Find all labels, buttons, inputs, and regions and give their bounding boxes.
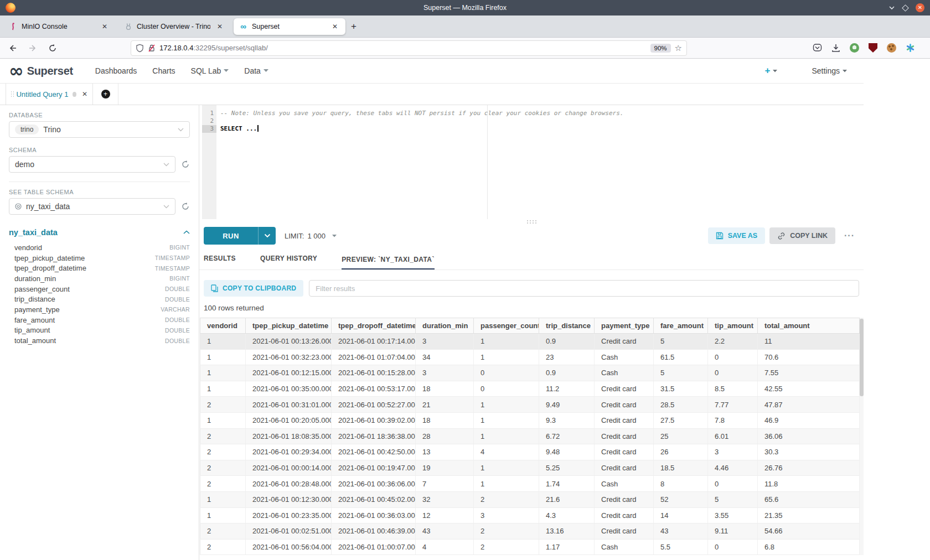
- sql-editor[interactable]: 1 2 3 -- Note: Unless you save your quer…: [199, 105, 864, 219]
- drag-handle-icon[interactable]: [11, 91, 12, 92]
- browser-tab-minio[interactable]: MinIO Console ✕: [3, 18, 115, 35]
- cell-distance: 21.6: [539, 491, 595, 507]
- cell-passengers: 1: [474, 334, 539, 350]
- table-row: 1 2021-06-01 00:23:35.000 2021-06-01 00:…: [200, 507, 860, 523]
- privacy-badger-icon[interactable]: [850, 43, 859, 53]
- cell-dropoff: 2021-06-01 01:00:07.000: [332, 539, 416, 555]
- page-zoom-badge[interactable]: 90%: [650, 44, 671, 53]
- table-header-cell[interactable]: payment_type: [595, 318, 654, 334]
- table-header-cell[interactable]: tpep_dropoff_datetime: [332, 318, 416, 334]
- browser-tab-superset[interactable]: ∞ Superset ✕: [234, 18, 345, 35]
- collapse-chevron-up-icon[interactable]: [183, 230, 190, 235]
- window-minimize-icon[interactable]: [888, 6, 895, 10]
- table-row: 2 2021-06-01 18:08:35.000 2021-06-01 18:…: [200, 428, 860, 444]
- forward-icon[interactable]: [25, 41, 40, 55]
- schema-select[interactable]: demo: [9, 156, 175, 173]
- rows-returned-text: 100 rows returned: [204, 304, 859, 312]
- query-tab[interactable]: Untitled Query 1 ✕: [6, 84, 93, 105]
- refresh-icon[interactable]: [181, 160, 190, 169]
- cell-payment: Credit card: [595, 428, 654, 444]
- tab-close-icon[interactable]: ✕: [100, 22, 110, 32]
- copy-link-button[interactable]: COPY LINK: [769, 227, 835, 244]
- limit-dropdown[interactable]: LIMIT: 1 000: [285, 232, 337, 240]
- refresh-icon[interactable]: [181, 202, 190, 211]
- table-header-cell[interactable]: duration_min: [416, 318, 474, 334]
- window-maximize-icon[interactable]: [902, 4, 909, 12]
- table-header-cell[interactable]: trip_distance: [539, 318, 595, 334]
- table-body: 1 2021-06-01 00:13:26.000 2021-06-01 00:…: [200, 334, 860, 555]
- insecure-lock-icon[interactable]: [148, 44, 156, 53]
- cell-fare: 5: [654, 365, 708, 381]
- bookmark-star-icon[interactable]: ☆: [675, 43, 682, 53]
- tab-close-icon[interactable]: ✕: [215, 22, 225, 32]
- database-select[interactable]: trino Trino: [9, 121, 190, 138]
- cell-total: 65.6: [758, 491, 860, 507]
- run-options-caret[interactable]: [258, 227, 276, 245]
- table-select[interactable]: ny_taxi_data: [9, 198, 175, 215]
- url-host: 172.18.0.4: [159, 44, 193, 52]
- window-close-icon[interactable]: ✕: [916, 3, 924, 12]
- tab-results[interactable]: RESULTS: [204, 255, 236, 269]
- cell-payment: Credit card: [595, 460, 654, 476]
- reload-icon[interactable]: [45, 41, 60, 55]
- add-new-button[interactable]: +: [764, 65, 777, 76]
- close-query-tab-icon[interactable]: ✕: [82, 90, 87, 98]
- tab-close-icon[interactable]: ✕: [330, 22, 340, 32]
- add-query-tab-icon[interactable]: +: [101, 90, 110, 98]
- asterisk-extension-icon[interactable]: [906, 43, 915, 53]
- run-button[interactable]: RUN: [204, 227, 276, 245]
- more-options-button[interactable]: ···: [840, 231, 859, 241]
- column-type: DOUBLE: [165, 327, 190, 334]
- cell-payment: Credit card: [595, 444, 654, 460]
- cell-tip: 0: [708, 365, 758, 381]
- cell-dropoff: 2021-06-01 00:53:17.000: [332, 381, 416, 397]
- pane-resize-handle[interactable]: [199, 219, 864, 224]
- tab-query-history[interactable]: QUERY HISTORY: [260, 255, 317, 269]
- settings-menu[interactable]: Settings: [812, 66, 847, 75]
- cell-duration: 3: [416, 365, 474, 381]
- table-header-cell[interactable]: vendorid: [200, 318, 246, 334]
- table-header-cell[interactable]: fare_amount: [654, 318, 708, 334]
- table-scrollbar[interactable]: [860, 318, 864, 555]
- table-header-cell[interactable]: passenger_count: [474, 318, 539, 334]
- run-toolbar: RUN LIMIT: 1 000 SAVE AS: [199, 224, 864, 248]
- nav-item-data[interactable]: Data: [244, 66, 268, 75]
- cell-total: 36.06: [758, 428, 860, 444]
- scrollbar-thumb[interactable]: [860, 319, 864, 396]
- cell-vendorid: 1: [200, 491, 246, 507]
- cell-tip: 4.46: [708, 460, 758, 476]
- filter-results-input[interactable]: [309, 280, 859, 297]
- nav-item-charts[interactable]: Charts: [152, 66, 175, 75]
- cell-distance: 9.3: [539, 412, 595, 428]
- cell-passengers: 1: [474, 397, 539, 413]
- sqllab-sidebar: DATABASE trino Trino SCHEMA demo: [0, 105, 199, 560]
- cookie-extension-icon[interactable]: [887, 43, 896, 53]
- table-header-cell[interactable]: tpep_pickup_datetime: [246, 318, 332, 334]
- back-icon[interactable]: [6, 41, 20, 55]
- download-icon[interactable]: [831, 44, 840, 53]
- pocket-icon[interactable]: [813, 43, 822, 53]
- sql-comment-line: -- Note: Unless you save your query, the…: [220, 110, 864, 117]
- sqllab-main: 1 2 3 -- Note: Unless you save your quer…: [199, 105, 864, 560]
- tab-preview[interactable]: PREVIEW: `NY_TAXI_DATA`: [342, 256, 435, 269]
- table-row: 2 2021-06-01 00:00:14.000 2021-06-01 00:…: [200, 460, 860, 476]
- cell-vendorid: 1: [200, 507, 246, 523]
- trino-favicon-icon: [124, 22, 132, 30]
- save-as-button[interactable]: SAVE AS: [708, 227, 766, 244]
- browser-tab-trino[interactable]: Cluster Overview - Trino ✕: [118, 18, 230, 35]
- nav-item-sql-lab[interactable]: SQL Lab: [191, 66, 229, 75]
- table-header-cell[interactable]: total_amount: [758, 318, 860, 334]
- shield-icon[interactable]: [136, 44, 144, 53]
- cell-passengers: 2: [474, 523, 539, 540]
- cell-pickup: 2021-06-01 00:23:35.000: [246, 507, 332, 523]
- superset-logo[interactable]: ∞ Superset: [9, 62, 73, 80]
- cell-fare: 28.5: [654, 397, 708, 413]
- table-header-cell[interactable]: tip_amount: [708, 318, 758, 334]
- url-bar[interactable]: 172.18.0.4:32295/superset/sqllab/ 90% ☆: [131, 40, 687, 56]
- copy-to-clipboard-button[interactable]: COPY TO CLIPBOARD: [204, 280, 303, 297]
- nav-item-dashboards[interactable]: Dashboards: [95, 66, 137, 75]
- table-name-heading[interactable]: ny_taxi_data: [9, 228, 58, 237]
- resize-dots-icon: [527, 220, 528, 221]
- ublock-shield-icon[interactable]: [869, 43, 877, 53]
- new-tab-icon[interactable]: +: [351, 21, 356, 32]
